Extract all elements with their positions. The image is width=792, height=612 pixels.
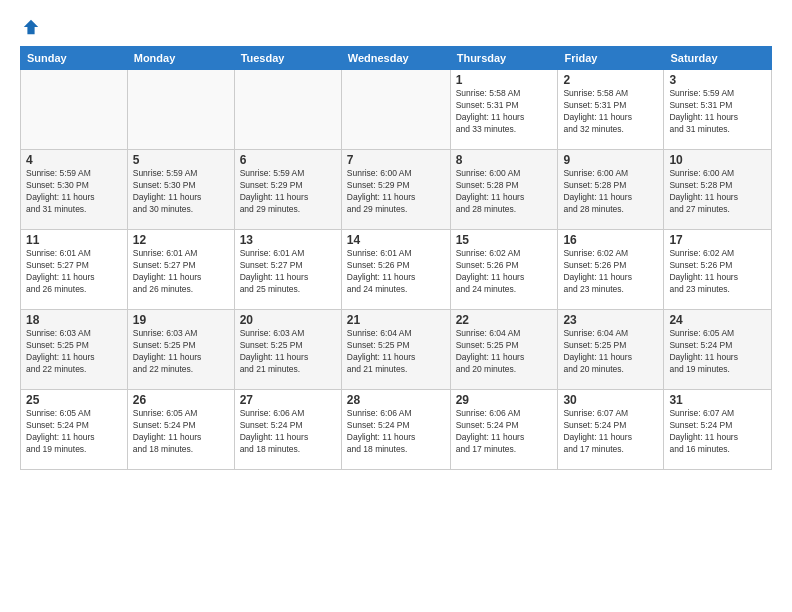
day-number: 22 (456, 313, 553, 327)
calendar-day-header: Saturday (664, 47, 772, 70)
calendar-cell: 14Sunrise: 6:01 AM Sunset: 5:26 PM Dayli… (341, 230, 450, 310)
day-number: 3 (669, 73, 766, 87)
logo (20, 18, 40, 36)
day-info: Sunrise: 6:02 AM Sunset: 5:26 PM Dayligh… (456, 248, 553, 296)
day-info: Sunrise: 6:05 AM Sunset: 5:24 PM Dayligh… (669, 328, 766, 376)
day-number: 25 (26, 393, 122, 407)
calendar: SundayMondayTuesdayWednesdayThursdayFrid… (20, 46, 772, 470)
day-number: 20 (240, 313, 336, 327)
day-number: 31 (669, 393, 766, 407)
header (20, 18, 772, 36)
calendar-cell: 21Sunrise: 6:04 AM Sunset: 5:25 PM Dayli… (341, 310, 450, 390)
day-info: Sunrise: 6:01 AM Sunset: 5:27 PM Dayligh… (26, 248, 122, 296)
calendar-cell: 6Sunrise: 5:59 AM Sunset: 5:29 PM Daylig… (234, 150, 341, 230)
day-info: Sunrise: 6:00 AM Sunset: 5:29 PM Dayligh… (347, 168, 445, 216)
calendar-cell: 13Sunrise: 6:01 AM Sunset: 5:27 PM Dayli… (234, 230, 341, 310)
calendar-cell: 10Sunrise: 6:00 AM Sunset: 5:28 PM Dayli… (664, 150, 772, 230)
day-number: 26 (133, 393, 229, 407)
day-number: 27 (240, 393, 336, 407)
calendar-cell: 26Sunrise: 6:05 AM Sunset: 5:24 PM Dayli… (127, 390, 234, 470)
calendar-week-row: 4Sunrise: 5:59 AM Sunset: 5:30 PM Daylig… (21, 150, 772, 230)
calendar-cell: 24Sunrise: 6:05 AM Sunset: 5:24 PM Dayli… (664, 310, 772, 390)
day-number: 6 (240, 153, 336, 167)
day-info: Sunrise: 6:03 AM Sunset: 5:25 PM Dayligh… (26, 328, 122, 376)
day-info: Sunrise: 6:03 AM Sunset: 5:25 PM Dayligh… (240, 328, 336, 376)
calendar-day-header: Monday (127, 47, 234, 70)
calendar-header-row: SundayMondayTuesdayWednesdayThursdayFrid… (21, 47, 772, 70)
day-info: Sunrise: 6:02 AM Sunset: 5:26 PM Dayligh… (669, 248, 766, 296)
calendar-cell: 15Sunrise: 6:02 AM Sunset: 5:26 PM Dayli… (450, 230, 558, 310)
day-info: Sunrise: 6:07 AM Sunset: 5:24 PM Dayligh… (669, 408, 766, 456)
calendar-cell: 16Sunrise: 6:02 AM Sunset: 5:26 PM Dayli… (558, 230, 664, 310)
day-number: 9 (563, 153, 658, 167)
day-info: Sunrise: 6:06 AM Sunset: 5:24 PM Dayligh… (347, 408, 445, 456)
calendar-cell (341, 70, 450, 150)
calendar-cell: 18Sunrise: 6:03 AM Sunset: 5:25 PM Dayli… (21, 310, 128, 390)
day-number: 23 (563, 313, 658, 327)
day-info: Sunrise: 6:05 AM Sunset: 5:24 PM Dayligh… (26, 408, 122, 456)
day-info: Sunrise: 6:06 AM Sunset: 5:24 PM Dayligh… (240, 408, 336, 456)
day-number: 17 (669, 233, 766, 247)
svg-marker-0 (24, 20, 38, 34)
day-number: 30 (563, 393, 658, 407)
day-number: 28 (347, 393, 445, 407)
page: SundayMondayTuesdayWednesdayThursdayFrid… (0, 0, 792, 612)
calendar-cell: 5Sunrise: 5:59 AM Sunset: 5:30 PM Daylig… (127, 150, 234, 230)
logo-icon (22, 18, 40, 36)
calendar-cell: 17Sunrise: 6:02 AM Sunset: 5:26 PM Dayli… (664, 230, 772, 310)
calendar-day-header: Wednesday (341, 47, 450, 70)
day-info: Sunrise: 5:59 AM Sunset: 5:30 PM Dayligh… (26, 168, 122, 216)
calendar-cell: 22Sunrise: 6:04 AM Sunset: 5:25 PM Dayli… (450, 310, 558, 390)
calendar-cell: 19Sunrise: 6:03 AM Sunset: 5:25 PM Dayli… (127, 310, 234, 390)
calendar-day-header: Thursday (450, 47, 558, 70)
day-number: 16 (563, 233, 658, 247)
calendar-cell: 1Sunrise: 5:58 AM Sunset: 5:31 PM Daylig… (450, 70, 558, 150)
day-info: Sunrise: 6:07 AM Sunset: 5:24 PM Dayligh… (563, 408, 658, 456)
day-info: Sunrise: 6:00 AM Sunset: 5:28 PM Dayligh… (669, 168, 766, 216)
calendar-cell: 2Sunrise: 5:58 AM Sunset: 5:31 PM Daylig… (558, 70, 664, 150)
day-info: Sunrise: 6:01 AM Sunset: 5:26 PM Dayligh… (347, 248, 445, 296)
calendar-week-row: 11Sunrise: 6:01 AM Sunset: 5:27 PM Dayli… (21, 230, 772, 310)
day-number: 14 (347, 233, 445, 247)
day-number: 13 (240, 233, 336, 247)
day-info: Sunrise: 5:58 AM Sunset: 5:31 PM Dayligh… (563, 88, 658, 136)
calendar-cell (127, 70, 234, 150)
day-number: 18 (26, 313, 122, 327)
calendar-cell: 8Sunrise: 6:00 AM Sunset: 5:28 PM Daylig… (450, 150, 558, 230)
day-info: Sunrise: 6:01 AM Sunset: 5:27 PM Dayligh… (240, 248, 336, 296)
day-info: Sunrise: 6:04 AM Sunset: 5:25 PM Dayligh… (563, 328, 658, 376)
calendar-cell (21, 70, 128, 150)
day-info: Sunrise: 6:05 AM Sunset: 5:24 PM Dayligh… (133, 408, 229, 456)
day-info: Sunrise: 6:04 AM Sunset: 5:25 PM Dayligh… (456, 328, 553, 376)
day-info: Sunrise: 6:06 AM Sunset: 5:24 PM Dayligh… (456, 408, 553, 456)
calendar-cell: 9Sunrise: 6:00 AM Sunset: 5:28 PM Daylig… (558, 150, 664, 230)
calendar-cell: 25Sunrise: 6:05 AM Sunset: 5:24 PM Dayli… (21, 390, 128, 470)
day-number: 29 (456, 393, 553, 407)
calendar-day-header: Friday (558, 47, 664, 70)
day-info: Sunrise: 6:03 AM Sunset: 5:25 PM Dayligh… (133, 328, 229, 376)
calendar-cell: 28Sunrise: 6:06 AM Sunset: 5:24 PM Dayli… (341, 390, 450, 470)
calendar-week-row: 1Sunrise: 5:58 AM Sunset: 5:31 PM Daylig… (21, 70, 772, 150)
day-info: Sunrise: 6:00 AM Sunset: 5:28 PM Dayligh… (563, 168, 658, 216)
day-info: Sunrise: 5:59 AM Sunset: 5:31 PM Dayligh… (669, 88, 766, 136)
day-number: 1 (456, 73, 553, 87)
day-info: Sunrise: 6:04 AM Sunset: 5:25 PM Dayligh… (347, 328, 445, 376)
day-number: 5 (133, 153, 229, 167)
day-number: 11 (26, 233, 122, 247)
calendar-cell: 11Sunrise: 6:01 AM Sunset: 5:27 PM Dayli… (21, 230, 128, 310)
day-number: 19 (133, 313, 229, 327)
day-number: 8 (456, 153, 553, 167)
day-number: 2 (563, 73, 658, 87)
calendar-cell: 12Sunrise: 6:01 AM Sunset: 5:27 PM Dayli… (127, 230, 234, 310)
day-info: Sunrise: 5:59 AM Sunset: 5:29 PM Dayligh… (240, 168, 336, 216)
calendar-cell: 30Sunrise: 6:07 AM Sunset: 5:24 PM Dayli… (558, 390, 664, 470)
calendar-week-row: 25Sunrise: 6:05 AM Sunset: 5:24 PM Dayli… (21, 390, 772, 470)
calendar-cell: 27Sunrise: 6:06 AM Sunset: 5:24 PM Dayli… (234, 390, 341, 470)
day-number: 24 (669, 313, 766, 327)
calendar-cell: 29Sunrise: 6:06 AM Sunset: 5:24 PM Dayli… (450, 390, 558, 470)
day-number: 10 (669, 153, 766, 167)
calendar-cell: 7Sunrise: 6:00 AM Sunset: 5:29 PM Daylig… (341, 150, 450, 230)
day-info: Sunrise: 5:58 AM Sunset: 5:31 PM Dayligh… (456, 88, 553, 136)
calendar-day-header: Tuesday (234, 47, 341, 70)
day-number: 12 (133, 233, 229, 247)
